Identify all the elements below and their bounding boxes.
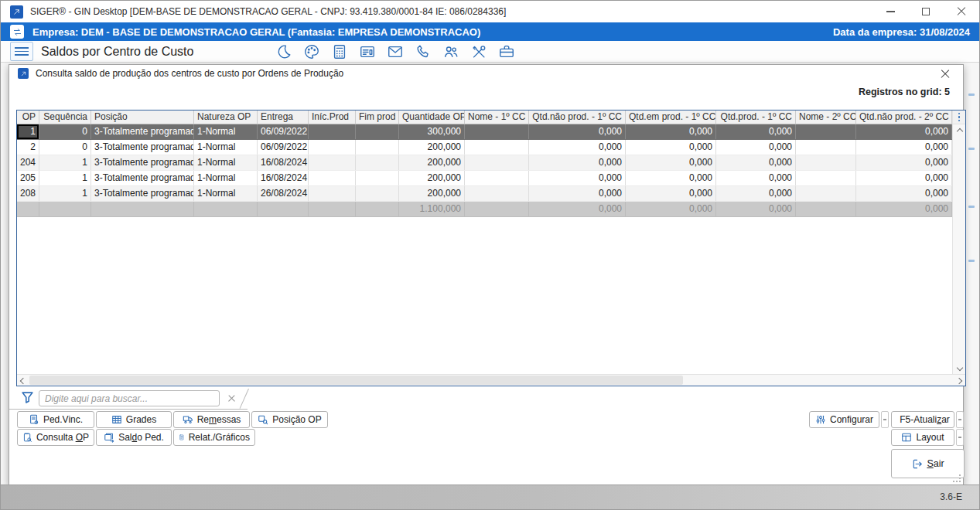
- grid-cell: [356, 155, 399, 170]
- grid-cell: [309, 140, 356, 155]
- grid-column-header[interactable]: Qtd.em prod. - 1º CC: [626, 110, 716, 124]
- phone-icon[interactable]: [413, 42, 433, 62]
- menu-icon[interactable]: [10, 42, 33, 61]
- grid-cell: 0,000: [626, 140, 716, 155]
- grid-cell: [796, 124, 856, 139]
- filter-icon[interactable]: [21, 391, 34, 407]
- envelope-icon[interactable]: [385, 42, 405, 62]
- resize-grip[interactable]: [953, 474, 961, 482]
- grid-cell: 0,000: [529, 171, 626, 185]
- ped-vinc-button[interactable]: Ped.Vinc.: [17, 411, 94, 428]
- grid-cell: 200,000: [399, 171, 465, 185]
- grid-cell: 0,000: [529, 140, 626, 155]
- grid-cell: 0,000: [529, 202, 626, 216]
- saldo-ped-button[interactable]: Saldo Ped.: [96, 429, 172, 446]
- clear-search-icon[interactable]: [227, 394, 236, 403]
- grid-column-header[interactable]: Sequência: [39, 110, 91, 124]
- f5-atualizar-dropdown-icon[interactable]: [956, 411, 964, 428]
- minimize-button[interactable]: [872, 1, 908, 22]
- grid-column-header[interactable]: Nome - 2º CC: [796, 110, 856, 124]
- grid-header-row: OPSequênciaPosiçãoNatureza OPEntregaIníc…: [17, 110, 952, 124]
- remessas-button[interactable]: Remessas: [173, 411, 250, 428]
- grid-cell: [91, 202, 194, 216]
- grid-cell: 0: [39, 140, 91, 155]
- dialog-icon: [18, 68, 29, 79]
- scroll-right-icon[interactable]: [953, 375, 965, 386]
- grid-cell: [309, 186, 356, 201]
- dialog-close-icon[interactable]: [940, 69, 951, 80]
- scroll-down-icon[interactable]: [953, 362, 966, 374]
- grid-cell: [17, 202, 39, 216]
- f5-atualizar-button[interactable]: F5-Atualizar: [891, 411, 954, 428]
- grid-cell: [796, 186, 856, 201]
- maximize-button[interactable]: [908, 1, 944, 22]
- grid-column-header[interactable]: OP: [17, 110, 39, 124]
- grid-column-header[interactable]: Nome - 1º CC: [465, 110, 529, 124]
- briefcase-icon[interactable]: [497, 42, 517, 62]
- tools-icon[interactable]: [469, 42, 489, 62]
- scroll-up-icon[interactable]: [953, 125, 966, 138]
- close-button[interactable]: [944, 1, 979, 22]
- grid-cell: [465, 186, 529, 201]
- grid-cell: [796, 202, 856, 216]
- grades-label: Grades: [126, 414, 156, 425]
- layout-button[interactable]: Layout: [891, 429, 954, 446]
- grid-cell: 0,000: [529, 124, 626, 139]
- grid-row[interactable]: 203-Totalmente programada1-Normal06/09/2…: [17, 140, 952, 155]
- grades-button[interactable]: Grades: [96, 411, 172, 428]
- company-bar: Empresa: DEM - BASE DE DEMONSTRACAO GERA…: [1, 22, 979, 41]
- scroll-left-icon[interactable]: [17, 375, 29, 386]
- grid-cell: 0,000: [856, 140, 952, 155]
- grid-row[interactable]: 20813-Totalmente programada1-Normal26/08…: [17, 186, 952, 202]
- posicao-op-label: Posição OP: [272, 414, 321, 425]
- grid-cell: [309, 171, 356, 185]
- grid-row[interactable]: 20413-Totalmente programada1-Normal16/08…: [17, 155, 952, 171]
- grid-column-header[interactable]: Quantidade OP: [399, 110, 465, 124]
- grid-row[interactable]: 20513-Totalmente programada1-Normal16/08…: [17, 171, 952, 186]
- dialog-title: Consulta saldo de produção dos centros d…: [36, 68, 343, 79]
- vertical-scrollbar[interactable]: [952, 110, 965, 374]
- search-input[interactable]: [39, 390, 220, 406]
- configurar-button[interactable]: Configurar: [809, 411, 879, 428]
- grid-cell: 300,000: [399, 124, 465, 139]
- configurar-label: Configurar: [830, 414, 873, 425]
- grid-column-header[interactable]: Qtd.prod. - 1º CC: [716, 110, 796, 124]
- grid-column-header[interactable]: Posição: [91, 110, 194, 124]
- palette-icon[interactable]: [302, 42, 322, 62]
- grid-cell: [309, 202, 356, 216]
- users-icon[interactable]: [441, 42, 461, 62]
- grid-cell: 16/08/2024: [258, 171, 309, 185]
- grid-cell: 0,000: [856, 124, 952, 139]
- ped-vinc-label: Ped.Vinc.: [43, 414, 83, 425]
- filter-bar-diagonal: [240, 389, 249, 409]
- grid-options-icon[interactable]: [953, 110, 965, 124]
- grid-column-header[interactable]: Entrega: [258, 110, 309, 124]
- consulta-op-button[interactable]: Consulta OP: [17, 429, 94, 446]
- grid-cell: [356, 171, 399, 185]
- horizontal-scrollbar[interactable]: [17, 374, 965, 386]
- grid-cell: [309, 155, 356, 170]
- dialog-consulta-saldo-producao: Consulta saldo de produção dos centros d…: [9, 64, 964, 485]
- grid-column-header[interactable]: Iníc.Prod: [309, 110, 356, 124]
- relat-graficos-button[interactable]: Relat./Gráficos: [173, 429, 255, 446]
- company-switch-icon[interactable]: [10, 25, 24, 39]
- grid-column-header[interactable]: Qtd.não prod. - 2º CC: [856, 110, 952, 124]
- moon-icon[interactable]: [274, 42, 294, 62]
- grid-row[interactable]: 103-Totalmente programada1-Normal06/09/2…: [17, 124, 952, 140]
- grid-cell: 0,000: [856, 171, 952, 185]
- grid-cell: [465, 171, 529, 185]
- grid-cell: [465, 202, 529, 216]
- orders-grid: OPSequênciaPosiçãoNatureza OPEntregaIníc…: [16, 110, 966, 386]
- grid-column-header[interactable]: Natureza OP: [194, 110, 258, 124]
- posicao-op-button[interactable]: Posição OP: [251, 411, 328, 428]
- configurar-dropdown-icon[interactable]: [881, 411, 889, 428]
- grid-cell: 1-Normal: [194, 186, 258, 201]
- news-icon[interactable]: [357, 42, 377, 62]
- calculator-icon[interactable]: [330, 42, 350, 62]
- grid-column-header[interactable]: Fim prod: [356, 110, 399, 124]
- grid-cell: 1-Normal: [194, 155, 258, 170]
- grid-cell: 26/08/2024: [258, 186, 309, 201]
- layout-dropdown-icon[interactable]: [956, 429, 964, 446]
- horizontal-scroll-thumb[interactable]: [29, 376, 683, 385]
- grid-column-header[interactable]: Qtd.não prod. - 1º CC: [529, 110, 626, 124]
